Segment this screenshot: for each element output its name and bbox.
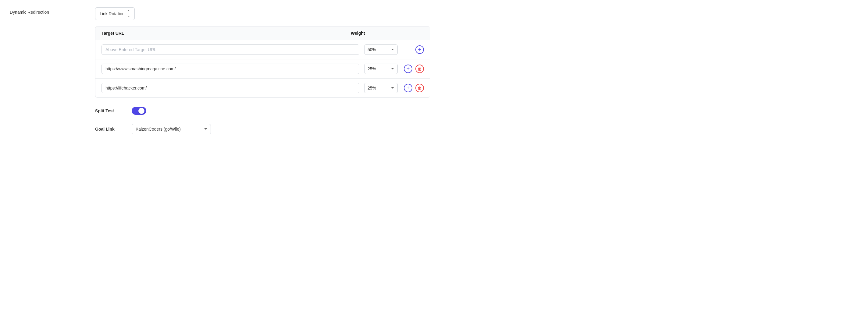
plus-icon: +	[407, 85, 410, 91]
goal-link-label: Goal Link	[95, 127, 126, 132]
link-rotation-dropdown[interactable]: Link Rotation ⌃⌄	[95, 7, 135, 20]
plus-icon: +	[418, 47, 422, 53]
url-input-2[interactable]	[101, 64, 359, 74]
add-url-button-1[interactable]: +	[415, 45, 424, 54]
col-header-weight: Weight	[351, 31, 400, 36]
goal-link-select[interactable]: KaizenCoders (go/Wlle) None	[132, 124, 211, 134]
url-table: Target URL Weight 50% 5% 10% 15% 20% 25%…	[95, 26, 430, 98]
delete-url-button-3[interactable]: 🗑	[415, 84, 424, 92]
url-input-3[interactable]	[101, 83, 359, 93]
table-row: 25% 5% 10% 15% 20% 50% 75% 100% + 🗑	[95, 78, 430, 97]
add-url-button-2[interactable]: +	[404, 65, 412, 73]
section-label: Dynamic Redirection	[10, 10, 49, 14]
table-row: 25% 5% 10% 15% 20% 50% 75% 100% + 🗑	[95, 59, 430, 78]
col-header-url: Target URL	[101, 31, 351, 36]
chevron-updown-icon: ⌃⌄	[127, 9, 130, 18]
plus-icon: +	[407, 66, 410, 72]
toggle-slider	[132, 107, 146, 115]
trash-icon: 🗑	[417, 85, 422, 91]
split-test-row: Split Test	[95, 107, 858, 115]
split-test-label: Split Test	[95, 108, 126, 113]
table-header: Target URL Weight	[95, 27, 430, 40]
trash-icon: 🗑	[417, 66, 422, 71]
weight-select-3[interactable]: 25% 5% 10% 15% 20% 50% 75% 100%	[364, 83, 398, 93]
weight-select-2[interactable]: 25% 5% 10% 15% 20% 50% 75% 100%	[364, 64, 398, 74]
row-actions-3: + 🗑	[403, 84, 424, 92]
goal-link-row: Goal Link KaizenCoders (go/Wlle) None	[95, 124, 858, 134]
row-actions-2: + 🗑	[403, 65, 424, 73]
delete-url-button-2[interactable]: 🗑	[415, 65, 424, 73]
row-actions-1: +	[403, 45, 424, 54]
dropdown-label: Link Rotation	[100, 11, 125, 16]
add-url-button-3[interactable]: +	[404, 84, 412, 92]
split-test-toggle[interactable]	[132, 107, 146, 115]
weight-select-1[interactable]: 50% 5% 10% 15% 20% 25% 30% 75% 100%	[364, 44, 398, 55]
url-input-1[interactable]	[101, 44, 359, 55]
table-row: 50% 5% 10% 15% 20% 25% 30% 75% 100% +	[95, 40, 430, 59]
